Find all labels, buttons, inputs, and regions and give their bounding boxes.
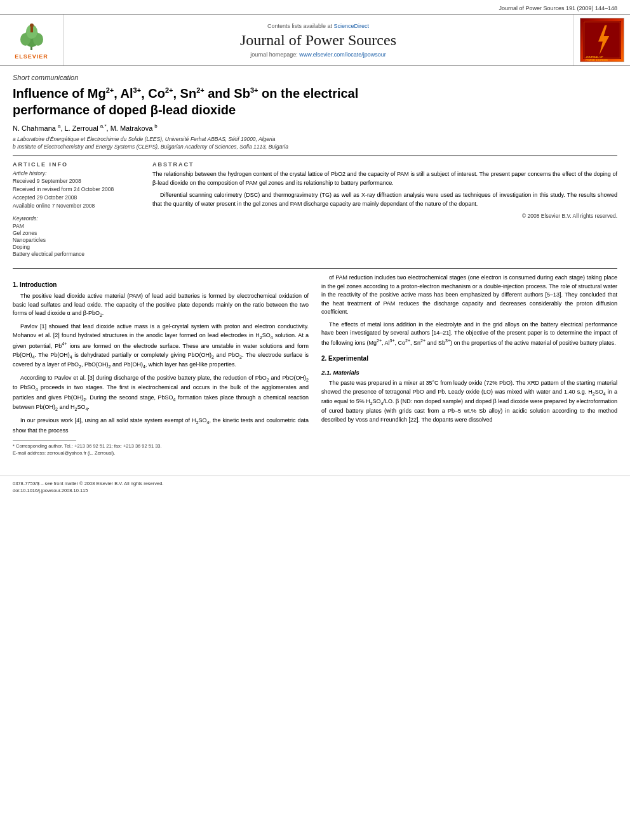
svg-rect-6 [30, 27, 33, 32]
body-para6: The effects of metal ions addition in th… [321, 321, 617, 348]
copyright-line: © 2008 Elsevier B.V. All rights reserved… [152, 212, 617, 220]
article-info-label: ARTICLE INFO [13, 161, 140, 168]
article-history-label: Article history: [13, 170, 140, 177]
doi-line: doi:10.1016/j.jpowsour.2008.10.115 [13, 487, 163, 494]
affiliation-a: a Laboratoire d'Énergétique et Électroch… [13, 136, 617, 143]
divider-top [13, 156, 617, 156]
abstract-col: ABSTRACT The relationship between the hy… [152, 161, 617, 258]
available-date: Available online 7 November 2008 [13, 203, 140, 210]
keyword-1: PAM [13, 223, 140, 229]
accepted-date: Accepted 29 October 2008 [13, 194, 140, 202]
body-content: 1. Introduction The positive lead dioxid… [13, 274, 617, 457]
article-content: Short communication Influence of Mg2+, A… [0, 66, 630, 469]
svg-point-5 [30, 23, 34, 27]
divider-body [13, 268, 617, 269]
section21-heading: 2.1. Materials [321, 368, 617, 377]
keywords-label: Keywords: [13, 215, 140, 222]
keyword-3: Nanoparticles [13, 237, 140, 243]
body-para1: The positive lead dioxide active materia… [13, 292, 309, 319]
abstract-text: The relationship between the hydrogen co… [152, 170, 617, 220]
body-para7: The paste was prepared in a mixer at 35°… [321, 379, 617, 424]
article-title: Influence of Mg2+, Al3+, Co2+, Sn2+ and … [13, 85, 617, 118]
journal-homepage-line: journal homepage: www.elsevier.com/locat… [250, 51, 386, 58]
keyword-5: Battery electrical performance [13, 251, 140, 257]
elsevier-tree-icon [14, 20, 49, 52]
journal-homepage-link[interactable]: www.elsevier.com/locate/jpowsour [299, 51, 386, 58]
keywords-section: Keywords: PAM Gel zones Nanoparticles Do… [13, 215, 140, 257]
sciencedirect-line: Contents lists available at ScienceDirec… [267, 23, 369, 29]
svg-text:POWER SOURCES: POWER SOURCES [586, 59, 608, 62]
keyword-2: Gel zones [13, 230, 140, 236]
journal-ref: Journal of Power Sources 191 (2009) 144–… [0, 0, 630, 14]
elsevier-logo-container: ELSEVIER [0, 15, 64, 65]
bottom-bar: 0378-7753/$ – see front matter © 2008 El… [0, 476, 630, 498]
footnote-divider [13, 440, 76, 441]
journal-icon-container: JOURNAL OF POWER SOURCES [573, 15, 630, 65]
keyword-4: Doping [13, 244, 140, 250]
abstract-para1: The relationship between the hydrogen co… [152, 170, 617, 187]
journal-title-main: Journal of Power Sources [240, 32, 396, 49]
body-col-right: of PAM reduction includes two electroche… [321, 274, 617, 457]
section2-heading: 2. Experimental [321, 354, 617, 363]
journal-cover-icon: JOURNAL OF POWER SOURCES [583, 18, 621, 62]
received-date: Received 9 September 2008 [13, 178, 140, 185]
journal-icon: JOURNAL OF POWER SOURCES [580, 18, 624, 62]
affiliations: a Laboratoire d'Énergétique et Électroch… [13, 136, 617, 151]
body-para2: Pavlov [1] showed that lead dioxide acti… [13, 323, 309, 370]
authors: N. Chahmana a, L. Zerroual a,*, M. Matra… [13, 123, 617, 132]
section1-heading: 1. Introduction [13, 280, 309, 290]
article-info-abstract: ARTICLE INFO Article history: Received 9… [13, 161, 617, 258]
revised-date: Received in revised form 24 October 2008 [13, 186, 140, 194]
footnote-star: * Corresponding author. Tel.: +213 36 92… [13, 443, 309, 450]
article-type: Short communication [13, 74, 617, 81]
issn-line: 0378-7753/$ – see front matter © 2008 El… [13, 480, 163, 487]
sciencedirect-link[interactable]: ScienceDirect [334, 23, 370, 29]
abstract-para2: Differential scanning calorimetry (DSC) … [152, 191, 617, 208]
footnote-email: E-mail address: zerroual@yahoo.fr (L. Ze… [13, 450, 309, 457]
svg-text:JOURNAL OF: JOURNAL OF [586, 55, 603, 58]
article-info-col: ARTICLE INFO Article history: Received 9… [13, 161, 140, 258]
body-para5: of PAM reduction includes two electroche… [321, 274, 617, 317]
abstract-label: ABSTRACT [152, 161, 617, 168]
body-col-left: 1. Introduction The positive lead dioxid… [13, 274, 309, 457]
page: Journal of Power Sources 191 (2009) 144–… [0, 0, 630, 840]
body-para3: According to Pavlov et al. [3] during di… [13, 374, 309, 413]
header-center: Contents lists available at ScienceDirec… [64, 15, 573, 65]
affiliation-b: b Institute of Electrochemistry and Ener… [13, 143, 617, 151]
elsevier-logo: ELSEVIER [14, 20, 49, 60]
body-para4: In our previous work [4], using an all s… [13, 417, 309, 435]
header-banner: ELSEVIER Contents lists available at Sci… [0, 14, 630, 66]
bottom-left: 0378-7753/$ – see front matter © 2008 El… [13, 480, 163, 495]
elsevier-text: ELSEVIER [15, 53, 48, 60]
